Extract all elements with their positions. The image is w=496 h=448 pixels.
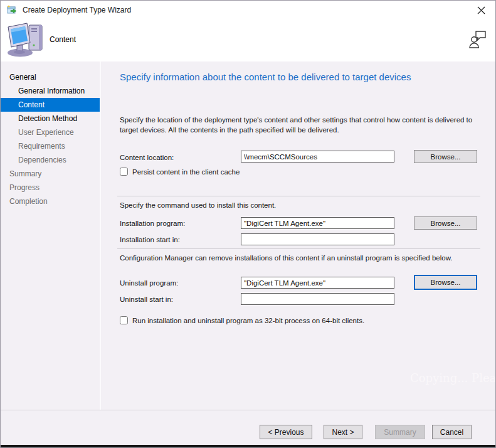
persist-content-row: Persist content in the client cache — [120, 168, 240, 176]
uninstall-program-browse-button[interactable]: Browse... — [414, 275, 477, 290]
cancel-button[interactable]: Cancel — [432, 425, 472, 439]
content-location-input[interactable] — [241, 151, 394, 163]
installation-start-in-input[interactable] — [241, 233, 394, 245]
installation-start-in-label: Installation start in: — [120, 236, 180, 243]
wizard-page-header: Content — [1, 19, 495, 61]
install-command-note: Specify the command used to install this… — [120, 201, 485, 211]
sidebar-item-requirements[interactable]: Requirements — [1, 139, 100, 153]
page-title: Content — [50, 19, 76, 60]
run-32bit-row: Run installation and uninstall program a… — [120, 316, 364, 324]
section-divider-1 — [117, 196, 480, 196]
wizard-icon — [7, 5, 17, 15]
close-button[interactable] — [467, 1, 495, 19]
titlebar: Create Deployment Type Wizard — [1, 1, 495, 19]
persist-content-checkbox[interactable] — [120, 168, 128, 176]
feedback-button[interactable] — [469, 30, 486, 48]
wizard-footer: < Previous Next > Summary Cancel — [1, 410, 495, 445]
uninstall-start-in-input[interactable] — [241, 293, 394, 305]
feedback-person-icon — [469, 30, 486, 48]
persist-content-label: Persist content in the client cache — [132, 168, 240, 176]
uninstall-program-label: Uninstall program: — [120, 279, 178, 287]
close-icon — [477, 6, 485, 14]
sidebar-item-general[interactable]: General — [1, 70, 100, 84]
run-32bit-label: Run installation and uninstall program a… — [132, 317, 364, 324]
summary-button: Summary — [375, 425, 425, 439]
sidebar-item-progress[interactable]: Progress — [1, 181, 100, 195]
window-title: Create Deployment Type Wizard — [23, 1, 131, 19]
installation-program-input[interactable] — [241, 217, 394, 229]
content-page-form: Specify information about the content to… — [101, 61, 495, 410]
computer-icon — [6, 21, 44, 60]
installation-program-label: Installation program: — [120, 220, 185, 227]
intro-text: Specify the location of the deployment t… — [120, 115, 485, 135]
run-32bit-checkbox[interactable] — [120, 316, 128, 324]
previous-button[interactable]: < Previous — [260, 425, 312, 439]
page-heading: Specify information about the content to… — [120, 72, 411, 82]
installation-program-browse-button[interactable]: Browse... — [414, 216, 477, 230]
uninstall-start-in-label: Uninstall start in: — [120, 296, 173, 303]
sidebar-item-content[interactable]: Content — [1, 98, 100, 112]
sidebar-item-user-experience[interactable]: User Experience — [1, 125, 100, 139]
next-button[interactable]: Next > — [324, 425, 362, 439]
uninstall-note: Configuration Manager can remove install… — [120, 253, 485, 264]
content-location-browse-button[interactable]: Browse... — [414, 150, 477, 163]
wizard-steps-sidebar: General General Information Content Dete… — [1, 61, 101, 410]
sidebar-item-summary[interactable]: Summary — [1, 167, 100, 181]
taskbar-strip — [1, 445, 495, 448]
sidebar-item-general-information[interactable]: General Information — [1, 84, 100, 98]
sidebar-item-detection-method[interactable]: Detection Method — [1, 112, 100, 125]
create-deployment-type-wizard-window: Create Deployment Type Wizard — [0, 0, 496, 448]
wizard-body: General General Information Content Dete… — [1, 61, 495, 410]
sidebar-item-dependencies[interactable]: Dependencies — [1, 153, 100, 167]
uninstall-program-input[interactable] — [241, 277, 394, 289]
section-divider-2 — [117, 248, 480, 249]
sidebar-item-completion[interactable]: Completion — [1, 195, 100, 208]
content-location-label: Content location: — [120, 154, 174, 161]
